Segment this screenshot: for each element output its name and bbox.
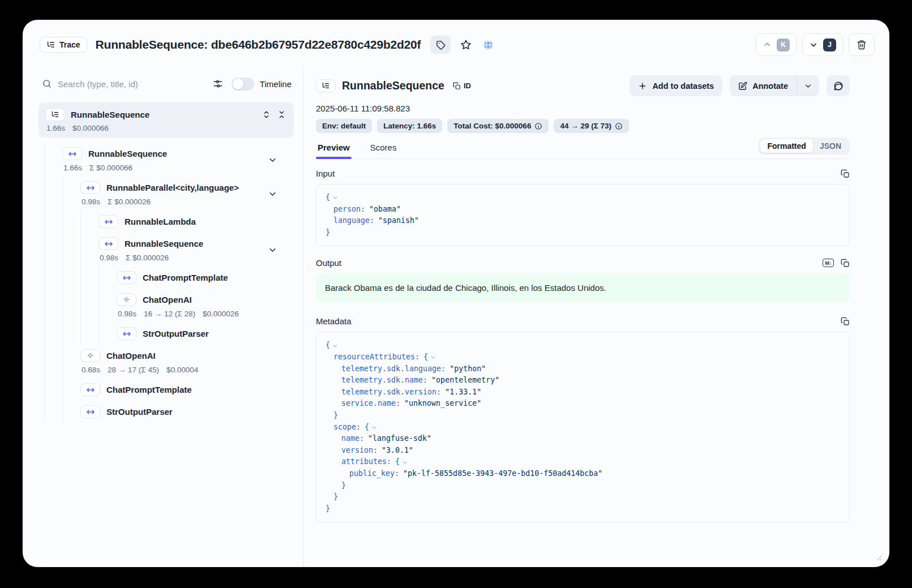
chevron-down-icon[interactable] (268, 189, 277, 199)
filter-button[interactable] (211, 77, 225, 91)
trace-root-name: RunnableSequence (71, 110, 256, 119)
search-row: Timeline (38, 73, 294, 95)
plus-icon (638, 81, 647, 91)
span-type-badge (99, 237, 118, 250)
format-option-json[interactable]: JSON (813, 139, 848, 153)
trace-root-latency: 1.66s (46, 124, 65, 132)
app-window: Trace RunnableSequence: dbe646b2b67957d2… (23, 20, 889, 567)
span-type-badge (80, 405, 100, 418)
add-to-datasets-button[interactable]: Add to datasets (630, 75, 722, 96)
span-icon (122, 273, 131, 282)
span-type-badge (80, 383, 100, 396)
metadata-json-viewer: { resourceAttributes:{ telemetry.sdk.lan… (316, 332, 850, 522)
tag-icon (436, 40, 446, 50)
input-section-title: Input (316, 169, 335, 178)
collapse-chevron-icon[interactable] (371, 424, 378, 431)
toggle-knob (233, 79, 243, 89)
metadata-section-title: Metadata (316, 316, 352, 326)
trace-tree-sidebar: Timeline RunnableSequence 1.66s $0.00006… (23, 66, 303, 567)
copy-input-button[interactable] (841, 169, 850, 178)
markdown-toggle-icon[interactable]: M↓ (823, 259, 834, 267)
generation-sparkle-icon (86, 351, 95, 360)
copy-icon (841, 317, 850, 326)
env-badge: Env: default (316, 119, 372, 133)
tab-scores[interactable]: Scores (369, 138, 399, 158)
expand-all-icon[interactable] (262, 110, 271, 119)
timeline-toggle[interactable] (232, 78, 254, 91)
span-icon (68, 149, 77, 158)
copy-metadata-button[interactable] (841, 317, 850, 326)
tree-node-chat-prompt-template-2[interactable]: ChatPromptTemplate (63, 379, 294, 401)
copy-icon (841, 259, 850, 268)
bookmark-button[interactable] (459, 38, 473, 51)
span-icon (86, 407, 95, 417)
generation-type-badge (117, 293, 136, 306)
annotate-button[interactable]: Annotate (730, 75, 797, 96)
tags-button[interactable] (430, 36, 451, 54)
trace-type-badge: Trace (40, 37, 87, 53)
annotate-dropdown-button[interactable] (797, 75, 819, 96)
trash-icon (857, 40, 867, 50)
output-section-title: Output (316, 258, 341, 268)
span-type-badge (80, 181, 100, 194)
collapse-chevron-icon[interactable] (332, 194, 339, 201)
tab-preview[interactable]: Preview (316, 138, 352, 158)
resize-handle[interactable] (875, 554, 881, 560)
latency-badge: Latency: 1.66s (377, 119, 442, 133)
output-content: Barack Obama es de la ciudad de Chicago,… (316, 273, 850, 302)
tree-node-str-output-parser[interactable]: StrOutputParser (99, 323, 294, 345)
comment-bubble-icon (833, 81, 844, 91)
tree-node-chat-prompt-template[interactable]: ChatPromptTemplate (99, 267, 294, 289)
trace-type-badge-detail (316, 79, 336, 92)
list-tree-icon (322, 81, 330, 90)
collapse-chevron-icon[interactable] (401, 459, 408, 466)
format-option-formatted[interactable]: Formatted (760, 139, 812, 153)
span-type-badge (117, 271, 136, 284)
collapse-chevron-icon[interactable] (332, 342, 339, 349)
tree-node-runnable-parallel[interactable]: RunnableParallel<city,language> 0.98s Σ … (63, 177, 294, 211)
tree-node-chat-openai-2[interactable]: ChatOpenAI 0.68s 28 → 17 (Σ 45) $0.00004 (63, 345, 294, 379)
chevron-down-icon[interactable] (268, 155, 277, 165)
span-type-badge (62, 147, 82, 160)
prev-observation-button[interactable]: K (756, 33, 797, 56)
public-share-button[interactable] (481, 38, 495, 52)
trace-type-badge-small (45, 108, 65, 121)
timeline-label: Timeline (260, 79, 292, 89)
tree-node-runnable-sequence[interactable]: RunnableSequence 1.66s Σ $0.000066 (45, 143, 294, 177)
collapse-chevron-icon[interactable] (430, 354, 436, 360)
globe-icon (482, 39, 494, 51)
edit-square-icon (738, 81, 747, 91)
chevron-down-icon (804, 81, 812, 90)
copy-id-button[interactable]: ID (453, 81, 471, 90)
info-icon[interactable] (615, 122, 623, 130)
tree-node-runnable-lambda[interactable]: RunnableLambda (81, 211, 294, 233)
trace-root-cost: $0.000066 (72, 124, 109, 132)
filter-sliders-icon (213, 79, 223, 89)
tree-node-str-output-parser-2[interactable]: StrOutputParser (63, 401, 294, 423)
token-usage-badge: 44 → 29 (Σ 73) (554, 119, 629, 133)
total-cost-badge: Total Cost: $0.000066 (447, 119, 549, 133)
window-header: Trace RunnableSequence: dbe646b2b67957d2… (23, 20, 889, 66)
input-json-viewer: { person:"obama" language:"spanish" } (316, 184, 850, 246)
search-input[interactable] (58, 79, 205, 89)
tree-node-runnable-sequence-child[interactable]: RunnableSequence 0.98s Σ $0.000026 (81, 233, 294, 267)
delete-trace-button[interactable] (849, 33, 875, 56)
chevron-up-icon (763, 40, 772, 49)
copy-output-button[interactable] (841, 259, 850, 268)
tree-node-chat-openai[interactable]: ChatOpenAI 0.98s 16 → 12 (Σ 28) $0.00002… (99, 289, 294, 323)
chevron-down-icon[interactable] (268, 245, 277, 255)
detail-tabs: Preview Scores Formatted JSON (316, 138, 850, 159)
trace-root-row[interactable]: RunnableSequence 1.66s $0.000066 (38, 102, 294, 138)
preview-scroll-area[interactable]: Input { person:"obama" language:"spanish… (316, 159, 850, 567)
span-type-badge (99, 215, 118, 228)
shortcut-key-j: J (823, 38, 836, 51)
info-icon[interactable] (534, 122, 542, 130)
next-observation-button[interactable]: J (802, 33, 843, 56)
comments-button[interactable] (827, 75, 850, 96)
id-label: ID (464, 81, 471, 90)
span-icon (86, 385, 95, 394)
trace-badge-label: Trace (59, 40, 80, 49)
collapse-all-icon[interactable] (277, 110, 286, 119)
shortcut-key-k: K (777, 38, 790, 51)
generation-type-badge (80, 349, 100, 362)
